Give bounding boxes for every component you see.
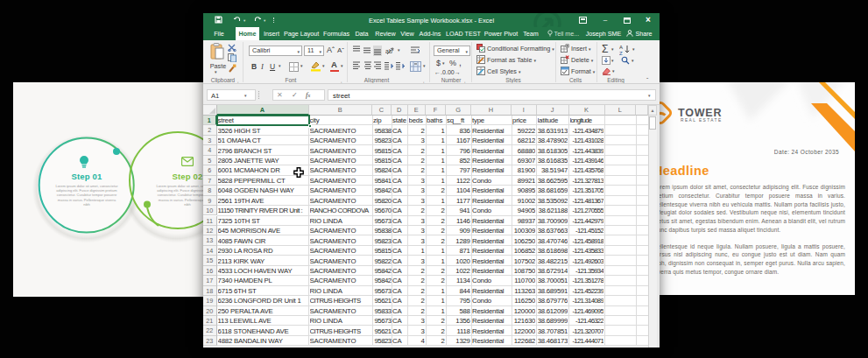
svg-text:ab: ab <box>385 48 392 54</box>
svg-text:A: A <box>619 45 623 50</box>
svg-text:Z: Z <box>619 51 623 56</box>
